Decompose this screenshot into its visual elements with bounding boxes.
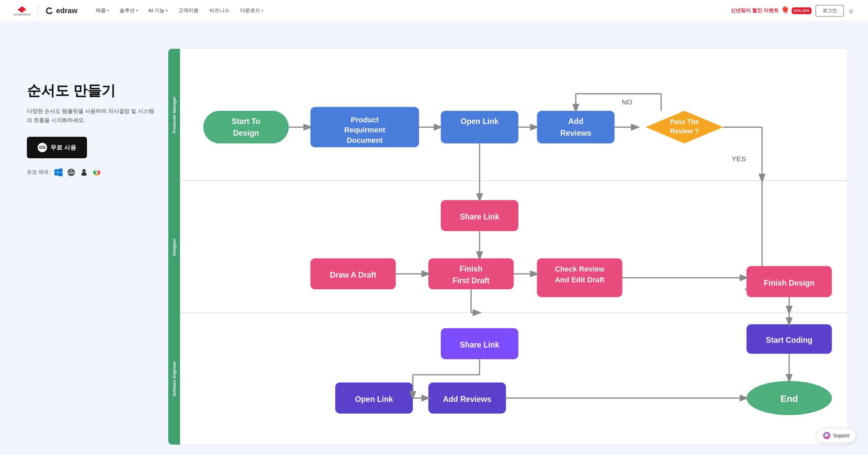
svg-rect-19 — [441, 111, 519, 144]
nav-item-support[interactable]: 고객지원 — [174, 5, 203, 17]
edraw-logo[interactable]: edraw — [45, 6, 78, 16]
svg-text:First Draft: First Draft — [453, 276, 490, 285]
os-icon: OS — [38, 143, 47, 152]
cta-button[interactable]: OS 무료 사용 — [27, 137, 87, 158]
logo-area: wondershare edraw — [13, 5, 78, 17]
chevron-down-icon: ▾ — [166, 9, 167, 12]
svg-text:Share Link: Share Link — [460, 340, 499, 349]
main-description: 다양한 순서도 템플릿을 사용하여 의사결정 및 시스템의 흐름을 시각화하세요… — [27, 107, 155, 125]
svg-text:Open Link: Open Link — [461, 117, 499, 126]
linux-icon — [79, 168, 89, 177]
nav-item-products[interactable]: 제품 ▾ — [91, 5, 114, 17]
svg-point-3 — [83, 171, 84, 172]
svg-text:Pass The: Pass The — [670, 118, 699, 125]
search-icon[interactable]: ⌕ — [848, 5, 855, 16]
swimlane-label-engineer: Software Engineer — [168, 313, 180, 445]
left-panel: 순서도 만들기 다양한 순서도 템플릿을 사용하여 의사결정 및 시스템의 흐름… — [27, 49, 155, 177]
svg-text:Document: Document — [347, 136, 383, 145]
promo-area[interactable]: 신년맞이 할인 이벤트 🎈 57% OFF — [731, 6, 812, 15]
support-button[interactable]: 💬 Support — [816, 428, 856, 443]
balloon-icon: 🎈 — [781, 6, 790, 15]
svg-text:⌘: ⌘ — [70, 170, 72, 172]
page-title: 순서도 만들기 — [27, 82, 155, 100]
nav-item-download[interactable]: 다운로드 ▾ — [236, 5, 268, 17]
swimlane-label-designer: Designer — [168, 181, 180, 313]
chevron-down-icon: ▾ — [262, 9, 264, 12]
main-content: 순서도 만들기 다양한 순서도 템플릿을 사용하여 의사결정 및 시스템의 흐름… — [0, 22, 868, 455]
svg-text:NO: NO — [622, 98, 632, 106]
flowchart-svg: Start To Design Product Requirment Docum… — [180, 49, 847, 445]
chevron-down-icon: ▾ — [136, 9, 138, 12]
os-icons: mac⌘ — [54, 168, 101, 177]
svg-text:Requirment: Requirment — [344, 126, 385, 134]
nav-item-business[interactable]: 비즈니스 — [205, 5, 234, 17]
svg-text:Draw A Draft: Draw A Draft — [330, 271, 376, 279]
svg-text:Add: Add — [568, 117, 584, 126]
header: wondershare edraw 제품 ▾ 솔루션 ▾ AI 기능 ▾ 고객지… — [0, 0, 868, 22]
swimlane-label-pm: Producter Manager — [168, 49, 180, 181]
svg-text:Design: Design — [233, 129, 259, 138]
chevron-down-icon: ▾ — [107, 9, 109, 12]
svg-point-4 — [85, 171, 85, 172]
flowchart-container: Producter Manager Designer Software Engi… — [168, 49, 847, 445]
nav: 제품 ▾ 솔루션 ▾ AI 기능 ▾ 고객지원 비즈니스 다운로드 ▾ — [91, 5, 731, 17]
svg-rect-10 — [204, 111, 289, 144]
svg-text:Share Link: Share Link — [460, 212, 499, 221]
promo-text: 신년맞이 할인 이벤트 — [731, 7, 779, 14]
swimlane-labels: Producter Manager Designer Software Engi… — [168, 49, 180, 445]
logo-divider — [38, 5, 38, 17]
nav-item-solutions[interactable]: 솔루션 ▾ — [115, 5, 143, 17]
windows-icon — [54, 168, 63, 177]
login-button[interactable]: 로그인 — [815, 5, 844, 17]
chrome-icon — [92, 168, 101, 177]
svg-text:And Edit Draft: And Edit Draft — [555, 276, 604, 284]
flowchart-panel: Producter Manager Designer Software Engi… — [168, 49, 848, 445]
svg-text:Review ?: Review ? — [670, 127, 699, 135]
nav-item-ai[interactable]: AI 기능 ▾ — [144, 5, 172, 17]
svg-text:Finish Design: Finish Design — [764, 279, 814, 287]
svg-point-7 — [96, 171, 98, 173]
svg-text:Check Review: Check Review — [555, 265, 604, 273]
wondershare-logo[interactable]: wondershare — [13, 5, 31, 16]
svg-text:End: End — [781, 394, 798, 404]
header-right: 신년맞이 할인 이벤트 🎈 57% OFF 로그인 ⌕ — [731, 5, 855, 17]
os-row: 운영 체제: mac⌘ — [27, 168, 155, 177]
svg-text:Open Link: Open Link — [355, 395, 393, 403]
support-icon: 💬 — [823, 432, 830, 439]
svg-rect-22 — [537, 111, 615, 144]
svg-text:Product: Product — [351, 116, 379, 124]
macos-icon: mac⌘ — [66, 168, 76, 177]
promo-badge: 57% OFF — [792, 7, 812, 14]
svg-text:Reviews: Reviews — [560, 129, 591, 138]
svg-text:YES: YES — [732, 155, 746, 163]
svg-text:Add Reviews: Add Reviews — [443, 395, 491, 403]
svg-text:Start To: Start To — [232, 117, 261, 126]
svg-text:Start Coding: Start Coding — [766, 336, 813, 344]
svg-text:Finish: Finish — [460, 265, 483, 273]
